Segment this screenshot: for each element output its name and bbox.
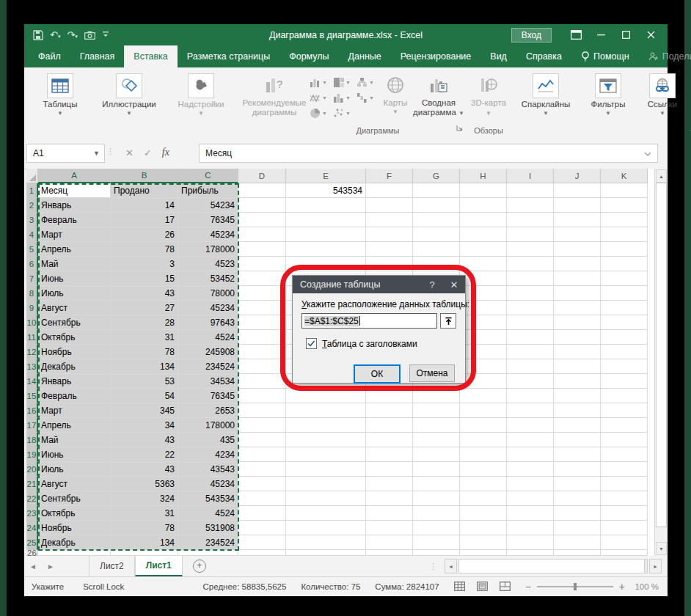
cell-E2[interactable] xyxy=(286,198,366,213)
cell-J12[interactable] xyxy=(554,345,601,359)
cell-E17[interactable] xyxy=(286,418,366,433)
cell-C10[interactable]: 97643 xyxy=(178,315,238,330)
scatter-chart-button[interactable]: ▼ xyxy=(333,106,355,120)
ribbon-tab-Рецензирование[interactable]: Рецензирование xyxy=(391,45,481,67)
cell-J23[interactable] xyxy=(554,506,601,521)
cell-I3[interactable] xyxy=(507,213,554,227)
column-header-A[interactable]: A xyxy=(38,169,111,183)
cell-K11[interactable] xyxy=(601,330,648,345)
cell-C15[interactable]: 76345 xyxy=(178,389,238,403)
cell-B17[interactable]: 34 xyxy=(111,418,178,433)
cell-F23[interactable] xyxy=(366,506,413,521)
cell-I18[interactable] xyxy=(507,433,554,447)
cell-K22[interactable] xyxy=(601,491,648,506)
cell-H25[interactable] xyxy=(460,535,507,550)
cell-D16[interactable] xyxy=(238,403,286,418)
expand-formula-bar-icon[interactable] xyxy=(644,148,657,158)
cell-A12[interactable]: Ноябрь xyxy=(38,345,111,359)
cell-A2[interactable]: Январь xyxy=(38,198,111,213)
cell-G20[interactable] xyxy=(413,462,460,477)
cell-H2[interactable] xyxy=(460,198,507,213)
cell-F25[interactable] xyxy=(366,535,413,550)
cell-F21[interactable] xyxy=(366,477,413,491)
cell-J11[interactable] xyxy=(554,330,601,345)
cell-D4[interactable] xyxy=(238,227,286,242)
cell-D3[interactable] xyxy=(238,213,286,227)
dialog-title-bar[interactable]: Создание таблицы ? ✕ xyxy=(293,276,465,293)
cell-A1[interactable]: Месяц xyxy=(38,183,111,198)
row-header-25[interactable]: 25 xyxy=(26,535,38,550)
cell-K1[interactable] xyxy=(601,183,648,198)
cell-I19[interactable] xyxy=(507,447,554,462)
cell-E6[interactable] xyxy=(286,257,366,271)
cell-G6[interactable] xyxy=(413,257,460,271)
scroll-up-icon[interactable]: ▲ xyxy=(656,169,667,183)
cell-I21[interactable] xyxy=(507,477,554,491)
cell-C17[interactable]: 178000 xyxy=(178,418,238,433)
cell-H20[interactable] xyxy=(460,462,507,477)
cell-I13[interactable] xyxy=(507,359,554,374)
cell-C22[interactable]: 543534 xyxy=(178,491,238,506)
cell-G25[interactable] xyxy=(413,535,460,550)
cell-J3[interactable] xyxy=(554,213,601,227)
zoom-level[interactable]: 100 % xyxy=(631,582,659,591)
cell-B8[interactable]: 43 xyxy=(111,286,178,301)
cell-B3[interactable]: 17 xyxy=(111,213,178,227)
cell-D19[interactable] xyxy=(238,447,286,462)
cell-B12[interactable]: 78 xyxy=(111,345,178,359)
cell-K12[interactable] xyxy=(601,345,648,359)
cell-F18[interactable] xyxy=(366,433,413,447)
cell-C21[interactable]: 45234 xyxy=(178,477,238,491)
cell-F1[interactable] xyxy=(366,183,413,198)
cell-E26[interactable] xyxy=(286,550,366,556)
row-header-23[interactable]: 23 xyxy=(26,506,38,521)
dialog-help-icon[interactable]: ? xyxy=(421,279,443,290)
cell-B15[interactable]: 54 xyxy=(111,389,178,403)
cell-F24[interactable] xyxy=(366,521,413,535)
row-header-18[interactable]: 18 xyxy=(26,433,38,447)
cell-B21[interactable]: 5363 xyxy=(111,477,178,491)
waterfall-chart-button[interactable]: ▼ xyxy=(357,90,379,105)
cell-B23[interactable]: 31 xyxy=(111,506,178,521)
cell-H4[interactable] xyxy=(460,227,507,242)
recommended-charts-button[interactable]: ? Рекомендуемые диаграммы xyxy=(239,70,310,117)
cell-J20[interactable] xyxy=(554,462,601,477)
cell-F22[interactable] xyxy=(366,491,413,506)
cell-H18[interactable] xyxy=(460,433,507,447)
row-header-8[interactable]: 8 xyxy=(26,286,38,301)
cell-H24[interactable] xyxy=(460,521,507,535)
cell-D7[interactable] xyxy=(238,271,286,286)
cell-I26[interactable] xyxy=(507,550,554,556)
hierarchy-chart-button[interactable]: ▼ xyxy=(357,75,379,89)
treemap-chart-button[interactable]: ▼ xyxy=(333,75,355,89)
cell-K5[interactable] xyxy=(601,242,648,257)
tabbar-splitter[interactable]: ⋮ xyxy=(429,562,437,571)
cell-G19[interactable] xyxy=(413,447,460,462)
cell-I16[interactable] xyxy=(507,403,554,418)
cell-I5[interactable] xyxy=(507,242,554,257)
ribbon-tab-Файл[interactable]: Файл xyxy=(29,45,70,67)
headers-checkbox[interactable] xyxy=(306,338,317,349)
cell-H8[interactable] xyxy=(460,286,507,301)
cell-H14[interactable] xyxy=(460,374,507,389)
cell-H1[interactable] xyxy=(460,183,507,198)
cell-A3[interactable]: Февраль xyxy=(38,213,111,227)
cell-B16[interactable]: 345 xyxy=(111,403,178,418)
cell-K8[interactable] xyxy=(601,286,648,301)
cell-D10[interactable] xyxy=(238,315,286,330)
cell-D24[interactable] xyxy=(238,521,286,535)
cell-D17[interactable] xyxy=(238,418,286,433)
cell-D11[interactable] xyxy=(238,330,286,345)
cell-B9[interactable]: 27 xyxy=(111,301,178,315)
cell-A22[interactable]: Сентябрь xyxy=(38,491,111,506)
cell-K9[interactable] xyxy=(601,301,648,315)
cell-K26[interactable] xyxy=(601,550,648,556)
row-header-24[interactable]: 24 xyxy=(26,521,38,535)
cell-J17[interactable] xyxy=(554,418,601,433)
cell-H12[interactable] xyxy=(460,345,507,359)
cell-J15[interactable] xyxy=(554,389,601,403)
cell-D1[interactable] xyxy=(238,183,286,198)
camera-icon[interactable] xyxy=(84,31,95,40)
cell-I17[interactable] xyxy=(507,418,554,433)
cell-A24[interactable]: Ноябрь xyxy=(38,521,111,535)
